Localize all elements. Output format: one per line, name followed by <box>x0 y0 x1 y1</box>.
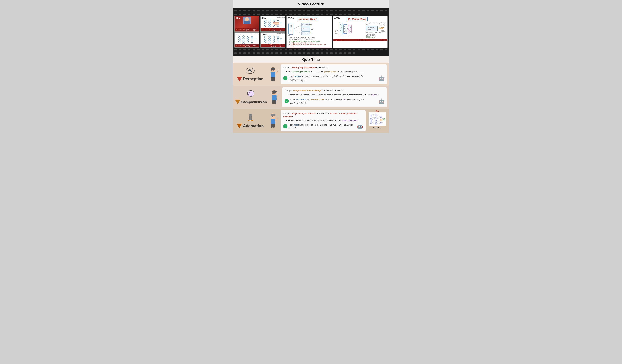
perf <box>243 49 246 50</box>
perf <box>385 49 387 50</box>
svg-point-90 <box>249 70 251 72</box>
perf <box>234 14 237 15</box>
quiz-465-content: [In Video Quiz] x̃ = â[0] x̃ input <box>333 16 387 39</box>
perf <box>326 53 328 54</box>
svg-line-144 <box>372 121 375 123</box>
film-frames-row: 10s DeepLearning.AI Stanford ONLINE Andr… <box>233 16 389 48</box>
svg-text:a₃[3] = g(w₃[3]·a[2]+b₃[3]): a₃[3] = g(w₃[3]·a[2]+b₃[3]) <box>302 33 312 34</box>
svg-line-145 <box>372 123 375 124</box>
adaptation-triangle <box>237 124 242 128</box>
svg-point-23 <box>264 25 266 27</box>
perf <box>294 14 296 15</box>
nn-display-39: a[3] <box>261 18 285 28</box>
perf <box>248 14 251 15</box>
svg-point-25 <box>269 21 270 23</box>
footer-instructor: Andrew Ng <box>279 44 284 47</box>
robot-icon-comprehension: 🤖 <box>378 98 385 104</box>
svg-point-42 <box>269 38 270 39</box>
svg-point-33 <box>277 25 279 27</box>
svg-line-64 <box>293 25 301 29</box>
svg-point-134 <box>375 120 377 122</box>
adaptation-qa-box: Can you adapt what you learned from the … <box>281 110 366 131</box>
timestamp-465s: 465s <box>334 17 340 20</box>
robot-icon-perception: 🤖 <box>378 75 385 81</box>
quiz-time-header: Quiz Time <box>233 56 389 63</box>
case1-label: <Case 1> <box>373 126 381 129</box>
perf <box>303 53 305 54</box>
perf <box>285 53 287 54</box>
video-frame-465s[interactable]: 465s [In Video Quiz] x̃ = â[0] x̃ input <box>333 16 388 48</box>
perf <box>243 53 246 54</box>
character-svg-comprehension <box>269 90 280 105</box>
nn-display-127 <box>235 35 259 44</box>
perf <box>316 10 319 11</box>
perf <box>234 49 237 50</box>
svg-point-133 <box>375 117 377 119</box>
footer-partner: Stanford ONLINE <box>271 28 279 31</box>
svg-point-7 <box>243 38 244 40</box>
timestamp-186s: 186s <box>262 33 267 36</box>
perf <box>280 53 282 54</box>
comprehension-name-row: Comprehension <box>235 100 267 104</box>
footer-partner: Stanford ONLINE <box>245 45 253 47</box>
perf <box>339 14 342 15</box>
footer-instructor: Andrew Ng <box>380 39 387 41</box>
perf <box>280 14 282 15</box>
svg-point-22 <box>264 22 266 24</box>
perf <box>243 10 246 11</box>
perf <box>316 53 319 54</box>
nn-svg-39: a[3] <box>263 18 283 28</box>
perception-qa-box: Can you identify key information in the … <box>281 64 387 84</box>
perf <box>307 53 310 54</box>
svg-line-147 <box>377 118 380 120</box>
perf <box>271 53 273 54</box>
perception-name-row: Perception <box>237 77 264 81</box>
video-frame-39s[interactable]: 39s neural network <box>260 16 285 32</box>
adaptation-character <box>267 110 279 131</box>
video-frame-127s[interactable]: 127s neural network <box>234 32 259 48</box>
svg-text:-4.8: -4.8 <box>373 114 375 115</box>
perf <box>243 14 246 15</box>
adaptation-answer-row: ✓ I can adapt what I learned from the vi… <box>283 123 363 129</box>
perf <box>335 53 337 54</box>
footer-instructor: Andrew Ng <box>253 45 258 47</box>
svg-point-6 <box>243 36 244 38</box>
svg-point-82 <box>349 26 350 28</box>
perf <box>280 10 282 11</box>
svg-line-18 <box>240 37 243 39</box>
perception-check: ✓ <box>283 76 287 80</box>
footer-logo: DeepLearning.AI <box>235 45 245 47</box>
svg-text:a[2]: a[2] <box>288 35 290 36</box>
perf <box>271 10 273 11</box>
perception-sub-question: ➤ The in-video quiz answer is _____ . Th… <box>283 71 385 73</box>
svg-line-146 <box>377 115 380 117</box>
perf <box>349 14 351 15</box>
perf <box>262 14 264 15</box>
comprehension-brain-svg <box>247 90 255 98</box>
quiz-answers-293: ✓ a₂[3]=g(w₂[3]·a[2]+b₂[3]) ← in-video q… <box>288 41 330 47</box>
svg-point-46 <box>273 38 275 40</box>
character-svg-adaptation <box>268 113 278 128</box>
svg-text:4.0: 4.0 <box>373 120 374 121</box>
film-perforations-top <box>233 9 389 16</box>
svg-point-14 <box>251 39 253 40</box>
comprehension-check: ✓ <box>285 99 289 103</box>
svg-point-21 <box>264 20 266 22</box>
frame-group-1: 10s DeepLearning.AI Stanford ONLINE Andr… <box>234 16 259 48</box>
svg-point-103 <box>247 90 254 96</box>
svg-line-19 <box>240 39 243 39</box>
video-frame-186s[interactable]: 186s neural network <box>260 32 285 48</box>
video-frame-10s[interactable]: 10s DeepLearning.AI Stanford ONLINE Andr… <box>234 16 259 32</box>
adaptation-icon: Task <box>246 113 254 123</box>
adaptation-tool-svg: Task <box>246 113 254 122</box>
comprehension-icon <box>247 90 255 99</box>
levels-container: Perception <box>233 63 389 133</box>
quiz-465-body: x̃ = â[0] x̃ input layer 1 <box>334 22 386 38</box>
quiz-diagram-label: Quiz <box>375 110 379 112</box>
svg-line-140 <box>372 115 375 116</box>
svg-text:layer 2: layer 2 <box>344 36 347 36</box>
video-frame-293s[interactable]: 293s [In Video Quiz] a[2] <box>286 16 332 48</box>
comprehension-character <box>268 87 280 107</box>
quiz-diagram-293: a[2] a₁[3] = g(w₁[3]·a[2]+b₁[3]) a₂[3] =… <box>288 22 330 36</box>
frame-footer-10s: DeepLearning.AI Stanford ONLINE Andrew N… <box>235 28 259 32</box>
